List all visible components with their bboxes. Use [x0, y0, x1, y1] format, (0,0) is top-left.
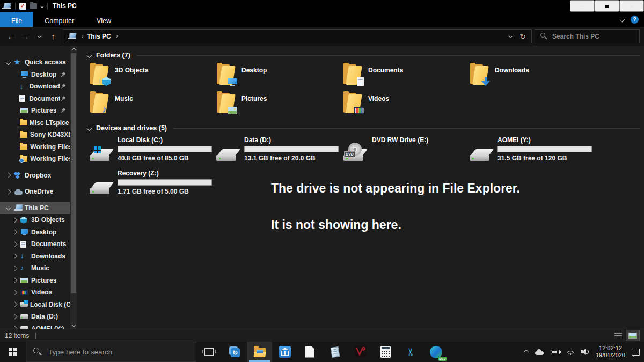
breadcrumb-chevron-icon[interactable] — [80, 34, 84, 38]
expand-chevron-icon[interactable] — [13, 145, 17, 149]
restore-button[interactable] — [595, 0, 619, 12]
sidebar-item[interactable]: Sony KD43XD — [0, 129, 70, 141]
expand-chevron-icon[interactable] — [13, 133, 17, 137]
folder-tile[interactable]: Downloads — [467, 60, 594, 88]
edge-dev-button[interactable]: DEV — [423, 342, 449, 362]
breadcrumb-chevron-icon[interactable] — [114, 34, 118, 38]
properties-checkbox-icon[interactable]: ✓ — [19, 3, 26, 10]
onedrive-tray-icon[interactable] — [535, 349, 544, 355]
thumbnails-view-button[interactable] — [626, 330, 639, 341]
banking-app-button[interactable] — [272, 342, 297, 362]
expand-chevron-icon[interactable] — [12, 265, 18, 271]
section-header-folders[interactable]: Folders (7) — [87, 50, 644, 60]
drive-tile[interactable]: Local Disk (C:) 40.8 GB free of 85.0 GB — [87, 133, 214, 166]
ribbon-tab[interactable]: View — [85, 12, 122, 27]
document-app-button[interactable] — [297, 342, 323, 362]
expand-chevron-icon[interactable] — [13, 121, 17, 124]
sidebar-item[interactable]: Dropbox — [0, 169, 70, 182]
sidebar-item[interactable]: Documents — [0, 93, 70, 105]
expand-ribbon-chevron-icon[interactable] — [620, 17, 625, 23]
sidebar-item[interactable]: Working Files — [0, 153, 70, 165]
sidebar-item[interactable]: AOMEI (Y:) — [0, 323, 70, 329]
sidebar-item[interactable]: Local Disk (C: — [0, 299, 70, 311]
help-icon[interactable]: ? — [631, 16, 639, 24]
drive-tile[interactable]: Data (D:) 13.1 GB free of 20.0 GB — [214, 133, 341, 166]
up-button[interactable]: ↑ — [46, 29, 60, 43]
battery-icon[interactable] — [551, 350, 560, 354]
expand-chevron-icon[interactable] — [12, 290, 18, 295]
ribbon-tab[interactable]: File — [0, 12, 33, 27]
back-button[interactable]: ← — [4, 29, 18, 43]
breadcrumb[interactable]: This PC — [87, 33, 111, 40]
sidebar-item[interactable]: Quick access — [0, 56, 70, 69]
drive-tile[interactable]: Recovery (Z:) 1.71 GB free of 5.00 GB — [87, 166, 214, 200]
close-button[interactable]: × — [619, 0, 644, 12]
sidebar-scrollbar[interactable] — [70, 46, 77, 329]
refresh-icon[interactable]: ↻ — [519, 32, 526, 41]
sidebar-item[interactable]: Pictures — [0, 275, 70, 287]
volume-icon[interactable] — [581, 349, 589, 355]
clock[interactable]: 12:02:12 19/01/2020 — [596, 345, 625, 359]
sidebar-item[interactable]: Misc LTspice F — [0, 117, 70, 129]
expand-chevron-icon[interactable] — [6, 173, 11, 178]
notepad-app-button[interactable] — [323, 342, 348, 362]
expand-chevron-icon[interactable] — [6, 189, 11, 194]
folder-tile[interactable]: Desktop — [214, 60, 341, 88]
file-explorer-button[interactable] — [247, 342, 272, 362]
expand-chevron-icon[interactable] — [12, 326, 18, 329]
folder-tile[interactable]: Documents — [341, 60, 467, 88]
action-center-icon[interactable] — [632, 349, 640, 356]
expand-chevron-icon[interactable] — [12, 254, 18, 259]
task-view-button[interactable] — [196, 342, 222, 362]
snipping-tool-button[interactable]: ✂ — [398, 342, 423, 362]
expand-chevron-icon[interactable] — [12, 302, 18, 307]
expand-chevron-icon[interactable] — [6, 60, 11, 65]
new-folder-icon[interactable] — [30, 3, 37, 9]
expand-chevron-icon[interactable] — [13, 109, 17, 113]
sidebar-item[interactable]: OneDrive — [0, 186, 70, 198]
forward-button[interactable]: → — [18, 29, 32, 43]
sidebar-item[interactable]: 3D Objects — [0, 214, 70, 226]
sidebar-item[interactable]: Desktop — [0, 226, 70, 239]
taskbar-search-input[interactable]: Type here to search — [26, 342, 196, 362]
folder-tile[interactable]: Videos — [341, 88, 467, 117]
address-bar[interactable]: This PC ↻ — [63, 29, 532, 43]
expand-chevron-icon[interactable] — [13, 72, 17, 76]
sidebar-item[interactable]: Desktop — [0, 69, 70, 81]
drive-tile[interactable]: AOMEI (Y:) 31.5 GB free of 120 GB — [467, 133, 594, 166]
expand-chevron-icon[interactable] — [13, 97, 17, 100]
folder-tile[interactable]: Pictures — [214, 88, 341, 117]
address-dropdown-chevron-icon[interactable] — [509, 34, 513, 38]
expand-chevron-icon[interactable] — [13, 85, 17, 88]
qat-customize-chevron-icon[interactable] — [40, 4, 44, 8]
folder-tile[interactable]: Music — [87, 88, 214, 117]
drive-tile[interactable]: DVD DVD RW Drive (E:) — [341, 133, 467, 166]
ribbon-tab[interactable]: Computer — [33, 12, 85, 27]
sync-app-button[interactable] — [222, 342, 247, 362]
sidebar-item[interactable]: Working Files — [0, 141, 70, 153]
expand-chevron-icon[interactable] — [13, 157, 17, 161]
minimize-button[interactable] — [570, 0, 595, 12]
sidebar-item[interactable]: Downloads — [0, 80, 70, 93]
expand-chevron-icon[interactable] — [12, 278, 18, 283]
sidebar-item[interactable]: Downloads — [0, 250, 70, 263]
recent-locations-button[interactable] — [32, 29, 46, 43]
sidebar-item[interactable]: This PC — [0, 202, 70, 215]
expand-chevron-icon[interactable] — [6, 205, 11, 211]
scrollbar-thumb[interactable] — [71, 53, 76, 293]
sidebar-item[interactable]: Music — [0, 262, 70, 275]
ltspice-app-button[interactable] — [348, 342, 373, 362]
wifi-icon[interactable] — [566, 349, 575, 355]
start-button[interactable] — [0, 342, 26, 362]
expand-chevron-icon[interactable] — [12, 230, 18, 235]
sidebar-item[interactable]: Pictures — [0, 105, 70, 117]
sidebar-item[interactable]: Data (D:) — [0, 311, 70, 323]
sidebar-item[interactable]: Videos — [0, 286, 70, 299]
expand-chevron-icon[interactable] — [12, 314, 18, 319]
folder-tile[interactable]: 3D Objects — [87, 60, 214, 88]
collapse-section-chevron-icon[interactable] — [87, 125, 92, 131]
calculator-app-button[interactable] — [373, 342, 398, 362]
search-input[interactable]: Search This PC — [535, 29, 640, 43]
section-header-devices[interactable]: Devices and drives (5) — [87, 123, 644, 133]
expand-chevron-icon[interactable] — [12, 217, 18, 223]
